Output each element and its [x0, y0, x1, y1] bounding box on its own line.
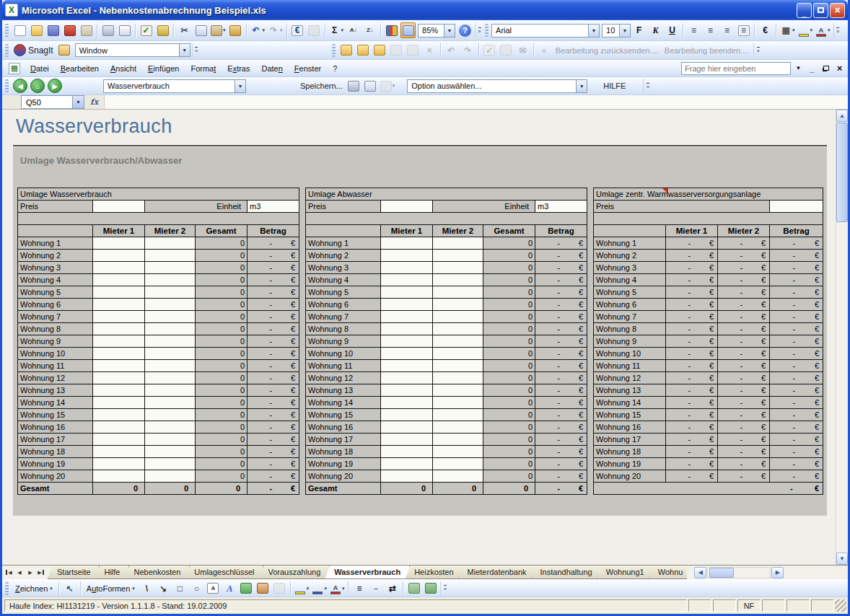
align-center-icon[interactable]: ≡	[703, 22, 718, 38]
cell[interactable]	[93, 250, 145, 262]
pdf-export-icon[interactable]	[62, 22, 77, 38]
cell[interactable]	[381, 348, 433, 360]
cell[interactable]: 0	[483, 360, 535, 372]
sheet-tab-umlageschlüssel[interactable]: Umlageschlüssel	[185, 566, 263, 579]
cell[interactable]: 0	[483, 335, 535, 348]
row-label[interactable]: Wohnung 5	[306, 286, 381, 299]
cell[interactable]: -€	[770, 323, 823, 335]
cell[interactable]: -€	[535, 421, 587, 434]
cell[interactable]	[145, 372, 196, 384]
cell[interactable]: -€	[247, 409, 299, 421]
cell[interactable]	[381, 323, 433, 335]
cell[interactable]: -€	[535, 286, 587, 299]
dash-style-icon[interactable]: --	[368, 581, 383, 597]
cell[interactable]: 0	[381, 483, 433, 495]
toolbar-grip[interactable]	[485, 24, 488, 37]
cell[interactable]: -€	[770, 262, 823, 274]
cell[interactable]: -€	[247, 483, 299, 495]
chevron-down-icon[interactable]: ▼	[619, 25, 630, 37]
column-header[interactable]: Mieter 2	[145, 225, 196, 237]
cell[interactable]: 0	[196, 470, 247, 483]
preis-input-cell[interactable]	[381, 201, 433, 213]
row-label[interactable]: Wohnung 16	[18, 421, 93, 434]
resize-grip[interactable]	[835, 599, 846, 612]
open-folder-icon[interactable]	[29, 22, 44, 38]
research-icon[interactable]	[155, 22, 170, 38]
autosum-icon[interactable]: Σ▾	[328, 22, 345, 38]
cell[interactable]	[433, 335, 483, 348]
cell[interactable]: -€	[247, 335, 299, 348]
cell[interactable]: 0	[483, 470, 535, 483]
cell[interactable]: 0	[196, 434, 247, 446]
cell[interactable]	[381, 421, 433, 434]
cell[interactable]	[145, 434, 196, 446]
cell[interactable]: -€	[666, 348, 718, 360]
sheet-tab-wohnu[interactable]: Wohnu	[649, 566, 688, 579]
cell[interactable]	[93, 434, 145, 446]
last-sheet-icon[interactable]: ▶	[36, 567, 46, 578]
align-right-icon[interactable]: ≡	[719, 22, 735, 38]
row-label[interactable]: Wohnung 12	[306, 372, 381, 384]
row-label[interactable]: Wohnung 4	[18, 274, 93, 286]
row-label[interactable]: Wohnung 16	[306, 421, 381, 434]
cell[interactable]: -€	[247, 384, 299, 397]
cell[interactable]: 0	[483, 434, 535, 446]
permission-icon[interactable]	[79, 22, 94, 38]
folder-save-icon[interactable]	[356, 43, 371, 58]
chevron-down-icon[interactable]: ▼	[235, 80, 245, 92]
first-sheet-icon[interactable]: ◀	[4, 567, 14, 578]
toolbar-grip[interactable]	[5, 79, 9, 92]
save-icon[interactable]	[45, 22, 61, 38]
cell[interactable]: -€	[666, 397, 718, 409]
menu-ansicht[interactable]: Ansicht	[105, 62, 142, 75]
cell[interactable]	[381, 274, 433, 286]
autoformen-button[interactable]: AutoFormen▾	[83, 583, 139, 594]
cell[interactable]	[93, 335, 145, 348]
cell[interactable]: -€	[770, 311, 823, 323]
cell[interactable]	[433, 384, 483, 397]
cell[interactable]: -€	[666, 421, 718, 434]
cell[interactable]	[433, 360, 483, 372]
shadow-style-icon[interactable]	[406, 581, 421, 597]
cell[interactable]: -€	[535, 483, 587, 495]
column-header[interactable]: Betrag	[770, 225, 823, 237]
cell[interactable]	[381, 250, 433, 262]
row-label[interactable]: Wohnung 9	[18, 335, 93, 348]
cell[interactable]: -€	[770, 335, 823, 348]
zoom-combo[interactable]: 85%▼	[418, 24, 455, 38]
cell[interactable]: 0	[196, 348, 247, 360]
cell[interactable]: 0	[483, 397, 535, 409]
cell[interactable]	[381, 434, 433, 446]
cell[interactable]: -€	[718, 335, 770, 348]
next-sheet-icon[interactable]: ▶	[25, 567, 35, 578]
toolbar-options-icon[interactable]: »	[753, 43, 762, 58]
cell[interactable]: -€	[535, 384, 587, 397]
cell[interactable]	[433, 348, 483, 360]
cell[interactable]: -€	[718, 311, 770, 323]
row-label[interactable]: Wohnung 10	[18, 348, 93, 360]
cell[interactable]	[381, 458, 433, 470]
row-label[interactable]: Wohnung 1	[306, 237, 381, 250]
menu-daten[interactable]: Daten	[255, 62, 288, 75]
row-label[interactable]: Wohnung 15	[306, 409, 381, 421]
chevron-down-icon[interactable]: ▼	[576, 80, 587, 92]
line-icon[interactable]: \	[139, 581, 154, 597]
cell[interactable]: -€	[535, 372, 587, 384]
cell[interactable]: -€	[535, 237, 587, 250]
print-icon[interactable]	[100, 22, 115, 38]
menu-help[interactable]: ?	[327, 62, 343, 75]
row-label[interactable]: Wohnung 15	[594, 409, 666, 421]
row-label[interactable]: Wohnung 16	[594, 421, 666, 434]
cell[interactable]: -€	[247, 274, 299, 286]
total-label[interactable]: Gesamt	[306, 483, 381, 495]
row-label[interactable]: Wohnung 4	[306, 274, 381, 286]
cell[interactable]: -€	[718, 434, 770, 446]
cell[interactable]	[381, 262, 433, 274]
cell[interactable]: -€	[718, 372, 770, 384]
menu-datei[interactable]: Datei	[25, 62, 55, 75]
row-label[interactable]: Wohnung 12	[594, 372, 666, 384]
row-label[interactable]: Wohnung 18	[594, 446, 666, 458]
cell[interactable]: 0	[196, 397, 247, 409]
minimize-button[interactable]: _	[797, 3, 812, 18]
table-title[interactable]: Umlage zentr. Warmwasserversorgungsanlag…	[594, 188, 823, 201]
